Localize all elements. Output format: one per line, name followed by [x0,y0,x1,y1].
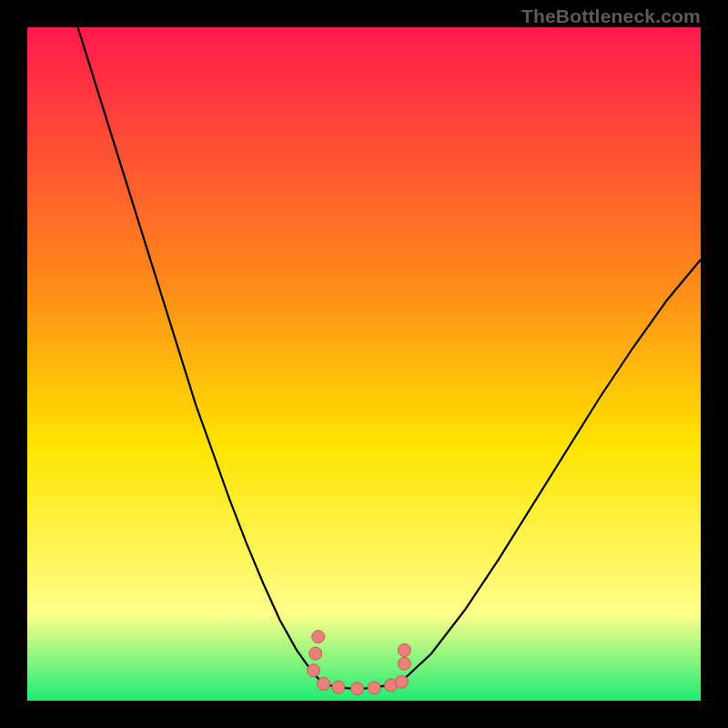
curve-marker [312,631,325,643]
chart-frame: TheBottleneck.com [0,0,728,728]
chart-svg [27,27,701,701]
curve-marker [318,678,330,691]
curve-marker [395,675,408,688]
curve-marker [308,664,320,677]
curve-marker [398,644,410,657]
curve-marker [332,681,345,693]
curve-marker [351,682,364,695]
curve-marker [309,647,322,660]
plot-area [27,27,701,701]
curve-marker [398,657,410,670]
gradient-background [27,27,701,701]
curve-marker [368,682,380,694]
watermark-text: TheBottleneck.com [521,5,701,27]
